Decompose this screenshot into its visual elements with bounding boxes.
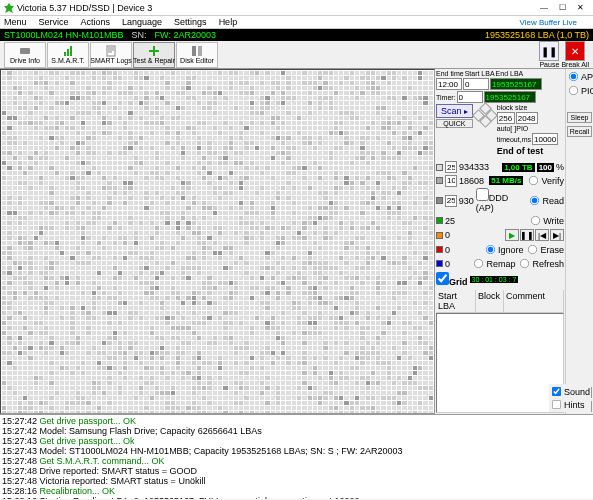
sleep-button[interactable]: Sleep — [567, 112, 592, 123]
grid-value: 30 : 01 : 03 : 7 — [470, 276, 519, 283]
menu-help[interactable]: Help — [219, 17, 238, 27]
latency-box-3 — [436, 217, 443, 224]
read-radio[interactable]: Read — [528, 194, 564, 207]
menu-service[interactable]: Service — [39, 17, 69, 27]
menu-settings[interactable]: Settings — [174, 17, 207, 27]
ddd-check[interactable]: DDD (AP) — [476, 188, 527, 213]
latency-stats: 934333 1,00 TB 100% 18608 51 MB/s Verify… — [436, 160, 564, 271]
grid-check[interactable]: Grid — [436, 272, 468, 287]
play-button[interactable]: ▶ — [505, 229, 519, 241]
svg-rect-6 — [198, 46, 202, 56]
bs1-input[interactable] — [497, 112, 515, 124]
menu-actions[interactable]: Actions — [81, 17, 111, 27]
latency-box-0 — [436, 164, 443, 171]
titlebar: Victoria 5.37 HDD/SSD | Device 3 — ☐ ✕ — [0, 0, 593, 16]
percent-unit: % — [556, 162, 564, 172]
drive-lba: 1953525168 LBA (1,0 TB) — [485, 30, 589, 40]
disk-editor-button[interactable]: Disk Editor — [176, 42, 218, 68]
test-repair-button[interactable]: Test & Repair — [133, 42, 175, 68]
minimize-button[interactable]: — — [535, 2, 553, 14]
write-radio[interactable]: Write — [529, 214, 564, 227]
api-radio[interactable]: API — [567, 70, 592, 83]
pio-radio[interactable]: PIO — [567, 84, 592, 97]
menubar: Menu Service Actions Language Settings H… — [0, 16, 593, 29]
next-button[interactable]: ▶| — [550, 229, 564, 241]
lat-thr-0[interactable] — [445, 161, 457, 173]
col-block: Block — [476, 290, 504, 312]
close-button[interactable]: ✕ — [571, 2, 589, 14]
latency-box-4 — [436, 232, 443, 239]
drive-infobar: ST1000LM024 HN-M101MBB SN: FW: 2AR20003 … — [0, 29, 593, 41]
capacity-badge: 1,00 TB — [502, 163, 534, 172]
lat-thr-1[interactable] — [445, 175, 457, 187]
latency-box-5 — [436, 246, 443, 253]
hints-check[interactable]: Hints — [550, 398, 590, 411]
drive-info-button[interactable]: Drive Info — [4, 42, 46, 68]
side-panel: API PIO Sleep Recall Get Passp — [565, 69, 593, 414]
block-size-label: block size — [497, 104, 528, 111]
defect-table-body[interactable] — [436, 313, 564, 413]
scan-button[interactable]: Scan ▸ — [436, 104, 473, 118]
scan-map — [0, 69, 435, 414]
maximize-button[interactable]: ☐ — [553, 2, 571, 14]
pause-small-button[interactable]: ❚❚ — [520, 229, 534, 241]
percent-badge: 100 — [537, 163, 554, 172]
view-buffer-link[interactable]: View Buffer Live — [519, 18, 577, 27]
prev-button[interactable]: |◀ — [535, 229, 549, 241]
start-lba-label: Start LBA — [465, 70, 495, 77]
drive-model: ST1000LM024 HN-M101MBB — [4, 30, 124, 40]
refresh-radio[interactable]: Refresh — [518, 257, 564, 270]
log-panel[interactable]: 15:27:42 Get drive passport... OK15:27:4… — [0, 414, 593, 499]
recall-button[interactable]: Recall — [567, 126, 592, 137]
sound-check[interactable]: Sound — [550, 385, 590, 398]
lat-cnt-4: 0 — [445, 230, 450, 240]
pause-label: Pause — [539, 61, 559, 68]
smart-logs-button[interactable]: SMART Logs — [90, 42, 132, 68]
start-lba-input[interactable] — [463, 78, 489, 90]
smart-button[interactable]: S.M.A.R.T. — [47, 42, 89, 68]
end-lba-input[interactable] — [490, 78, 542, 90]
verify-radio[interactable]: Verify — [527, 174, 564, 187]
svg-rect-5 — [192, 46, 196, 56]
drive-sn-label: SN: — [132, 30, 147, 40]
bs2-input[interactable] — [516, 112, 538, 124]
end-of-test-label: End of test — [497, 146, 544, 156]
svg-rect-0 — [20, 48, 30, 54]
remap-radio[interactable]: Remap — [472, 257, 515, 270]
quick-button[interactable]: QUICK — [436, 119, 473, 128]
lat-cnt-3: 25 — [445, 216, 455, 226]
end-time-input[interactable] — [436, 78, 462, 90]
position-input[interactable] — [484, 91, 536, 103]
col-start-lba: Start LBA — [436, 290, 476, 312]
timeout-input[interactable] — [532, 133, 558, 145]
break-all-button[interactable]: ✕ — [565, 41, 585, 61]
defect-table-header: Start LBA Block Comment — [436, 290, 564, 313]
break-label: Break All — [561, 61, 589, 68]
timeout-label: timeout,ms — [497, 136, 531, 143]
lat-thr-2[interactable] — [445, 195, 457, 207]
control-panel: End time Start LBA End LBA Timer: Scan ▸… — [435, 69, 565, 414]
pause-button[interactable]: ❚❚ — [539, 41, 559, 61]
menu-language[interactable]: Language — [122, 17, 162, 27]
svg-rect-1 — [64, 52, 66, 56]
timer-label: Timer: — [436, 94, 456, 101]
lat-cnt-1: 18608 — [459, 176, 484, 186]
col-comment: Comment — [504, 290, 564, 312]
auto-pio-label: auto[ ]PIO — [497, 125, 529, 132]
speed-badge: 51 MB/s — [489, 176, 523, 185]
svg-rect-3 — [70, 46, 72, 56]
latency-box-1 — [436, 177, 443, 184]
svg-rect-2 — [67, 49, 69, 56]
erase-radio[interactable]: Erase — [526, 243, 564, 256]
drive-fw: FW: 2AR20003 — [155, 30, 216, 40]
window-title: Victoria 5.37 HDD/SSD | Device 3 — [17, 3, 535, 13]
toolbar: Drive Info S.M.A.R.T. SMART Logs Test & … — [0, 41, 593, 69]
lat-cnt-5: 0 — [445, 245, 450, 255]
timer-input[interactable] — [457, 91, 483, 103]
end-lba-label: End LBA — [496, 70, 524, 77]
menu-menu[interactable]: Menu — [4, 17, 27, 27]
nav-diamond[interactable] — [474, 104, 496, 126]
app-icon — [4, 3, 14, 13]
lat-cnt-2: 930 — [459, 196, 474, 206]
ignore-radio[interactable]: Ignore — [484, 243, 524, 256]
